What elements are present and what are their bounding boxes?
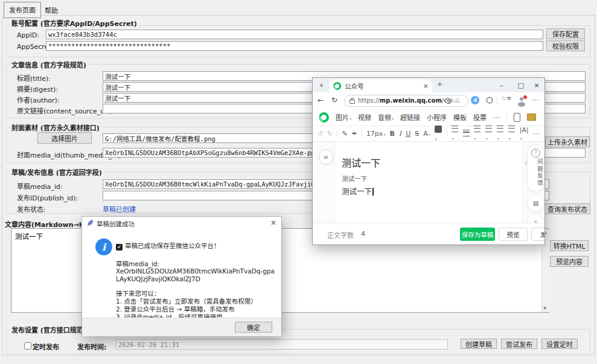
underline-icon[interactable]: U xyxy=(406,130,410,138)
list-icon[interactable] xyxy=(463,130,470,138)
bold-icon[interactable]: B xyxy=(389,130,394,138)
clear-format-icon[interactable]: ✒ xyxy=(352,130,357,138)
outline-menu-icon[interactable]: ≡ xyxy=(319,150,333,164)
menu-help[interactable]: 帮助 xyxy=(41,4,62,16)
redo-icon[interactable]: ↻ xyxy=(327,130,333,138)
tab-close-icon[interactable]: × xyxy=(423,82,429,90)
line-height-icon[interactable]: ▾ xyxy=(485,126,493,142)
caret-down-icon: ▾ xyxy=(474,136,476,141)
save-draft-button[interactable]: 保存为草稿 xyxy=(460,228,495,241)
publish-button[interactable]: 发 xyxy=(531,228,545,241)
font-color-icon[interactable]: A▾ xyxy=(423,130,430,138)
window-close-icon[interactable]: × xyxy=(530,79,543,91)
word-count-label: 正文字数 xyxy=(327,230,354,240)
appid-input[interactable] xyxy=(46,30,543,39)
upload-material-button[interactable]: 上传永久素材 xyxy=(545,136,590,147)
editor-author[interactable]: 测试一下 xyxy=(342,174,367,183)
menu-image[interactable]: 图片▾ xyxy=(336,112,351,122)
tab-publish-page[interactable]: 发布页面 xyxy=(4,2,41,18)
menu-video[interactable]: 视频 xyxy=(358,112,371,122)
publish-id-label: 发布ID(publish_id): xyxy=(17,193,78,202)
material-image-icon[interactable] xyxy=(527,113,536,121)
extension-icon[interactable]: d xyxy=(471,96,479,104)
editor-insert-toolbar: 图片▾ 视频 音频▾ 超链接 小程序 模板 投票 ⋯ xyxy=(313,109,544,126)
letter-spacing-icon[interactable]: |A|▾ xyxy=(520,126,529,142)
caret-down-icon: ▾ xyxy=(486,136,488,141)
preview-content-button[interactable]: 预览内容 xyxy=(550,256,589,267)
format-painter-icon[interactable]: ✎ xyxy=(342,130,347,138)
browser-tab[interactable]: 公众号 × xyxy=(330,80,432,92)
caret-down-icon: ▾ xyxy=(497,136,499,141)
toolbar-divider xyxy=(337,130,337,138)
collections-icon[interactable]: ☆≡ xyxy=(501,95,511,101)
editor-footer: 正文字数 4 保存为草稿 预览 发 xyxy=(313,223,544,245)
italic-icon[interactable]: I xyxy=(399,130,401,138)
tab-search-chevron-icon[interactable]: ∨ xyxy=(316,80,327,90)
menu-hyperlink[interactable]: 超链接 xyxy=(400,112,420,122)
menu-audio[interactable]: 音频▾ xyxy=(378,112,394,122)
convert-html-button[interactable]: 转换HTML xyxy=(550,240,589,251)
query-status-button[interactable]: 查询发布状态 xyxy=(544,203,590,214)
align-icon[interactable]: ▾ xyxy=(452,126,459,142)
url-box[interactable]: https://mp.weixin.qq.com/cgi-... ☆ xyxy=(344,95,468,107)
caret-down-icon: ▾ xyxy=(383,132,385,136)
phone-preview-icon[interactable] xyxy=(514,113,520,122)
preview-button[interactable]: 预览 xyxy=(499,228,528,241)
paragraph-icon[interactable]: ▾ xyxy=(497,126,504,142)
info-icon: i xyxy=(95,238,112,255)
publish-status-label: 发布状态: xyxy=(17,204,46,214)
set-schedule-button[interactable]: 设置定时 xyxy=(541,339,578,349)
back-icon[interactable]: ← xyxy=(318,96,324,104)
highlight-color-icon[interactable]: ▾ xyxy=(435,126,442,142)
format-more-icon[interactable]: ⋯ xyxy=(533,130,540,138)
strikethrough-icon[interactable]: S xyxy=(415,130,419,138)
try-publish-button[interactable]: 尝试发布 xyxy=(501,339,537,349)
toolbar-divider xyxy=(447,130,447,138)
feather-app-icon xyxy=(87,219,94,227)
publish-status-value: 草稿已创建 xyxy=(103,204,136,214)
publish-time-input[interactable] xyxy=(116,339,448,350)
choose-image-button[interactable]: 选择图片 xyxy=(37,132,92,144)
quote-icon[interactable]: ▾ xyxy=(508,126,516,142)
check-icon: ✔ xyxy=(116,244,123,251)
schedule-checkbox[interactable] xyxy=(24,342,31,350)
favorite-star-icon[interactable]: ☆ xyxy=(455,97,460,103)
create-draft-button[interactable]: 创建草稿 xyxy=(461,339,497,349)
font-size-select[interactable]: 17px▾ xyxy=(366,130,386,138)
draft-media-label: 草稿media_id: xyxy=(17,181,63,191)
ok-button[interactable]: 确定 xyxy=(235,322,272,333)
minimize-icon[interactable]: – xyxy=(495,79,508,91)
new-tab-icon[interactable]: + xyxy=(437,80,442,88)
menu-vote[interactable]: 投票 xyxy=(473,112,487,122)
maximize-icon[interactable]: □ xyxy=(514,79,528,91)
appid-label: AppID: xyxy=(17,31,39,39)
caret-down-icon: ▾ xyxy=(350,117,351,121)
dialog-close-icon[interactable]: × xyxy=(270,219,276,227)
indent-icon[interactable]: ▾ xyxy=(474,126,481,142)
undo-icon[interactable]: ↺ xyxy=(318,130,323,138)
menu-miniprogram[interactable]: 小程序 xyxy=(427,112,447,122)
profile-avatar[interactable] xyxy=(517,95,526,105)
refresh-icon[interactable]: ↻ xyxy=(331,96,337,104)
side-card-icon[interactable]: ▤ xyxy=(527,194,544,212)
text-cursor xyxy=(372,188,374,196)
account-group-legend: 账号配置 (官方要求AppID/AppSecret) xyxy=(10,18,139,28)
feedback-card[interactable]: ? 问题反馈 xyxy=(527,145,544,192)
zoom-out-icon[interactable] xyxy=(445,98,451,104)
editor-body[interactable]: 测试一下 xyxy=(342,185,374,197)
caret-down-icon: ▾ xyxy=(509,136,511,141)
menu-template[interactable]: 模板 xyxy=(453,112,467,122)
toolbar-divider xyxy=(362,130,362,138)
dialog-title: 草稿创建成功 xyxy=(97,219,135,228)
appsecret-input[interactable] xyxy=(46,41,543,51)
save-config-button[interactable]: 保存配置 xyxy=(546,28,585,39)
verify-permission-button[interactable]: 校验权限 xyxy=(546,40,585,51)
caret-down-icon: ▾ xyxy=(392,117,394,121)
scroll-down-icon[interactable]: ▼ xyxy=(543,306,546,311)
publish-time-label: 发布时间: xyxy=(77,342,106,351)
browser-menu-icon[interactable]: ⋯ xyxy=(532,96,539,104)
menu-more-icon[interactable]: ⋯ xyxy=(493,113,500,121)
browser-address-bar: ← ↻ https://mp.weixin.qq.com/cgi-... ☆ d… xyxy=(313,92,544,109)
editor-title[interactable]: 测试一下 xyxy=(342,155,380,170)
browser-essentials-icon[interactable] xyxy=(486,97,493,104)
